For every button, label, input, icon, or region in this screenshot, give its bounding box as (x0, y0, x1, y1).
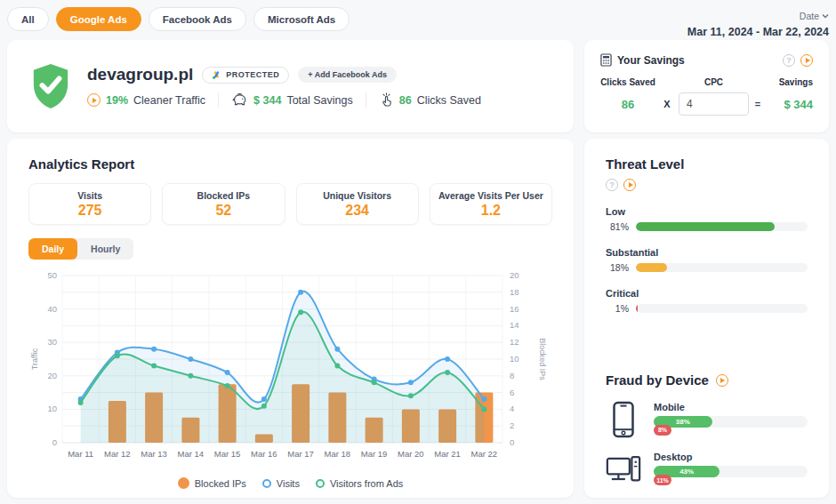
cpc-label: CPC (679, 77, 749, 87)
play-circle-icon[interactable] (87, 93, 100, 107)
left-axis-title: Traffic (30, 348, 39, 370)
x-tick-label: Mar 16 (251, 449, 277, 459)
threat-level-track (636, 222, 808, 231)
traffic-chart: 0021046208103012144016185020TrafficBlock… (28, 265, 552, 473)
platform-filters: AllGoogle AdsFacebook AdsMicrosoft Ads (7, 7, 350, 31)
shield-check-icon (30, 62, 71, 110)
threat-level-title: Threat Level (606, 156, 808, 172)
equals-sign: = (752, 99, 763, 109)
device-fraud-bar: 8% (654, 425, 671, 436)
help-icon[interactable]: ? (606, 179, 618, 191)
x-tick-label: Mar 19 (361, 449, 388, 459)
legend-blocked-ips[interactable]: Blocked IPs (178, 477, 246, 489)
chart-legend: Blocked IPsVisitsVisitors from Ads (28, 477, 552, 489)
site-domain: devagroup.pl (87, 65, 193, 84)
svg-text:20: 20 (510, 270, 519, 280)
toggle-hourly[interactable]: Hourly (77, 238, 133, 260)
legend-visitors-from-ads[interactable]: Visitors from Ads (316, 477, 403, 489)
filter-all[interactable]: All (7, 7, 49, 31)
x-tick-label: Mar 11 (68, 449, 93, 459)
legend-visits[interactable]: Visits (262, 477, 300, 489)
filter-google-ads[interactable]: Google Ads (56, 7, 141, 31)
device-label: Mobile (654, 402, 808, 412)
threat-level-label: Critical (606, 288, 808, 299)
x-tick-label: Mar 22 (471, 449, 498, 459)
svg-text:2: 2 (510, 420, 514, 430)
click-hand-icon (379, 92, 394, 108)
date-range-value: Mar 11, 2024 - Mar 22, 2024 (687, 26, 829, 38)
your-savings-card: Your Savings ? Clicks Saved CPC Savings … (584, 40, 829, 132)
svg-text:20: 20 (47, 371, 57, 380)
threat-level-percent: 81% (606, 221, 629, 232)
stat-card-label: Unique Visitors (301, 190, 414, 201)
threat-level-percent: 18% (606, 262, 629, 273)
threat-level-track (636, 304, 808, 313)
device-rows: Mobile38%8%Desktop43%11% (606, 401, 808, 488)
filter-facebook-ads[interactable]: Facebook Ads (149, 7, 246, 31)
svg-text:16: 16 (510, 304, 519, 314)
device-row-desktop: Desktop43%11% (606, 452, 808, 488)
svg-text:40: 40 (47, 304, 57, 314)
stat-card-unique-visitors: Unique Visitors234 (296, 183, 419, 225)
legend-label: Visitors from Ads (330, 478, 403, 489)
threat-panel-card: Threat Level ? Low81%Substantial18%Criti… (584, 139, 829, 498)
threat-level-substantial: Substantial18% (606, 247, 808, 273)
device-fraud-bar: 11% (654, 475, 671, 485)
x-tick-label: Mar 20 (398, 449, 424, 459)
device-label: Desktop (654, 452, 808, 462)
threat-levels: Low81%Substantial18%Critical1% (606, 206, 808, 314)
topbar: AllGoogle AdsFacebook AdsMicrosoft Ads D… (7, 7, 829, 38)
stat-card-value: 275 (33, 203, 147, 219)
x-tick-label: Mar 15 (214, 449, 241, 459)
threat-level-label: Substantial (606, 247, 808, 258)
desktop-icon (606, 454, 641, 486)
cpc-input[interactable] (679, 92, 749, 116)
filter-microsoft-ads[interactable]: Microsoft Ads (253, 7, 350, 31)
device-row-mobile: Mobile38%8% (606, 401, 808, 438)
svg-text:8: 8 (510, 371, 514, 380)
svg-text:4: 4 (510, 404, 514, 413)
savings-label: Savings (767, 77, 813, 87)
legend-swatch-icon (178, 477, 189, 489)
stat-card-label: Blocked IPs (166, 190, 280, 201)
stat-card-value: 234 (301, 203, 414, 219)
play-circle-icon[interactable] (623, 179, 636, 191)
right-axis-title: Blocked IPs (538, 338, 547, 380)
svg-text:18: 18 (510, 287, 519, 297)
x-tick-label: Mar 21 (434, 449, 461, 459)
threat-level-low: Low81% (606, 206, 808, 232)
savings-title: Your Savings (617, 54, 685, 67)
legend-swatch-icon (262, 479, 271, 488)
stat-card-average-visits-per-user: Average Visits Per User1.2 (430, 183, 552, 225)
fraud-by-device-title: Fraud by Device (606, 372, 709, 388)
stat-card-value: 52 (166, 203, 280, 219)
total-savings-stat: $ 344 Total Savings (218, 92, 366, 108)
play-circle-icon[interactable] (716, 374, 728, 387)
stat-card-value: 1.2 (434, 203, 548, 219)
help-icon[interactable]: ? (783, 54, 795, 67)
svg-text:10: 10 (510, 354, 519, 364)
google-ads-icon (212, 70, 221, 80)
multiply-sign: X (659, 99, 675, 109)
svg-text:0: 0 (510, 437, 514, 447)
smartphone-icon (606, 401, 641, 438)
svg-text:30: 30 (47, 337, 57, 347)
stat-card-label: Visits (33, 190, 147, 201)
date-label: Date (800, 11, 819, 21)
date-range-selector[interactable]: Date Mar 11, 2024 - Mar 22, 2024 (687, 7, 829, 38)
threat-level-label: Low (606, 206, 808, 217)
threat-level-critical: Critical1% (606, 288, 808, 314)
legend-label: Visits (277, 478, 300, 489)
x-tick-label: Mar 18 (325, 449, 351, 459)
play-circle-icon[interactable] (800, 54, 813, 67)
savings-value: $ 344 (767, 98, 813, 111)
svg-text:50: 50 (47, 270, 57, 280)
svg-text:14: 14 (510, 320, 519, 330)
svg-text:6: 6 (510, 388, 514, 397)
threat-level-track (636, 263, 808, 272)
calculator-icon (600, 53, 612, 67)
piggy-bank-icon (231, 92, 248, 108)
add-facebook-ads-button[interactable]: + Add Facebook Ads (298, 67, 397, 83)
stat-card-visits: Visits275 (28, 183, 151, 225)
toggle-daily[interactable]: Daily (28, 238, 77, 260)
